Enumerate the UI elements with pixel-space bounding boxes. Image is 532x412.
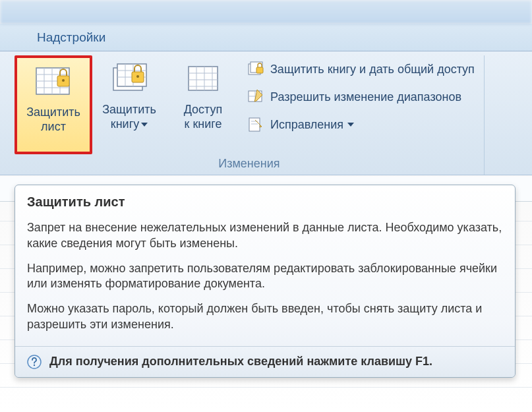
tooltip-title: Защитить лист	[15, 185, 515, 216]
protect-and-share-label: Защитить книгу и дать общий доступ	[270, 63, 475, 76]
range-edit-icon	[247, 88, 265, 106]
chevron-down-icon	[141, 123, 148, 127]
tooltip-footer: Для получения дополнительных сведений на…	[15, 346, 515, 377]
svg-rect-17	[189, 67, 218, 90]
svg-rect-26	[256, 67, 263, 73]
tooltip-body: Запрет на внесение нежелательных изменен…	[15, 216, 515, 346]
protect-and-share-button[interactable]: Защитить книгу и дать общий доступ	[247, 58, 475, 80]
track-changes-icon	[247, 115, 265, 134]
workbook-lock-small-icon	[247, 60, 265, 78]
help-icon	[27, 355, 42, 369]
protect-workbook-label-2: книгу	[111, 117, 148, 132]
share-workbook-button[interactable]: Доступ к книге	[166, 55, 240, 154]
tooltip-card: Защитить лист Запрет на внесение нежелат…	[15, 185, 516, 378]
svg-rect-30	[249, 118, 260, 131]
chevron-down-icon	[347, 123, 354, 127]
ribbon-tab-strip: Надстройки	[0, 24, 532, 51]
protect-workbook-label-1: Защитить	[102, 103, 156, 117]
workbook-share-icon	[183, 59, 223, 99]
tooltip-paragraph-2: Например, можно запретить пользователям …	[27, 261, 503, 293]
sheet-lock-icon	[34, 62, 73, 102]
track-changes-button[interactable]: Исправления	[247, 113, 475, 136]
svg-point-8	[62, 79, 65, 82]
protect-sheet-label-2: лист	[41, 120, 66, 134]
share-workbook-label-1: Доступ	[184, 103, 223, 117]
allow-edit-ranges-button[interactable]: Разрешить изменение диапазонов	[247, 86, 475, 108]
svg-point-34	[34, 364, 35, 365]
protect-workbook-button[interactable]: Защитить книгу	[92, 55, 166, 154]
ribbon-buttons-row: Защитить лист	[15, 55, 484, 154]
tooltip-footer-text: Для получения дополнительных сведений на…	[49, 355, 432, 368]
track-changes-label: Исправления	[270, 118, 343, 132]
ribbon-group-changes: Защитить лист	[15, 55, 485, 175]
tooltip-paragraph-3: Можно указать пароль, который должен быт…	[27, 301, 503, 333]
allow-edit-ranges-label: Разрешить изменение диапазонов	[270, 90, 461, 104]
svg-point-16	[136, 75, 139, 78]
share-workbook-label-2: к книге	[185, 117, 222, 132]
protect-sheet-button[interactable]: Защитить лист	[15, 55, 92, 154]
title-bar	[0, 0, 532, 24]
ribbon-stacked-column: Защитить книгу и дать общий доступ Разре…	[240, 55, 484, 154]
ribbon-group-caption: Изменения	[218, 154, 280, 172]
protect-sheet-label-1: Защитить	[26, 105, 80, 120]
tab-addins[interactable]: Надстройки	[28, 30, 115, 45]
workbook-lock-icon	[109, 59, 149, 99]
tooltip-paragraph-1: Запрет на внесение нежелательных изменен…	[27, 220, 503, 252]
ribbon: Защитить лист	[0, 51, 532, 175]
